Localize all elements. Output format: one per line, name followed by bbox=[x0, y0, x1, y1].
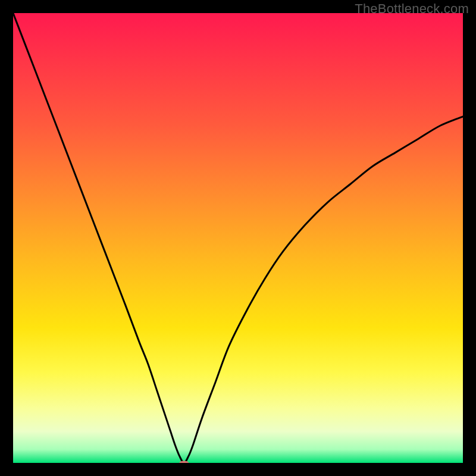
chart-svg bbox=[13, 13, 463, 463]
gradient-background bbox=[13, 13, 463, 463]
chart-frame bbox=[13, 13, 463, 463]
watermark-text: TheBottleneck.com bbox=[355, 1, 469, 17]
